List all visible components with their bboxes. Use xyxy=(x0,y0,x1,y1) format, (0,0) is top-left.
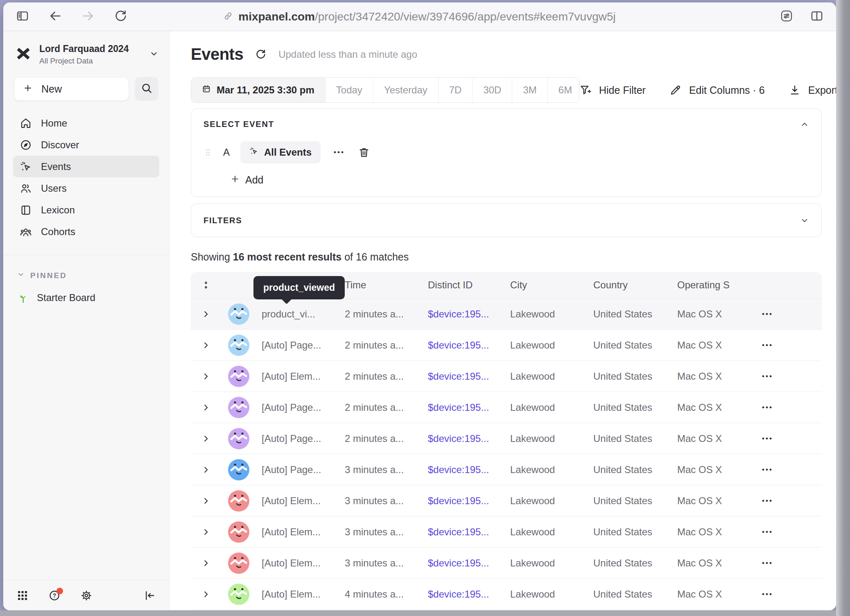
sidebar-item-discover[interactable]: Discover xyxy=(13,134,159,156)
cell-distinct-id-link[interactable]: $device:195... xyxy=(428,526,510,538)
column-header-city: City xyxy=(510,279,593,291)
expand-row-chevron-icon[interactable] xyxy=(191,465,221,474)
compass-icon xyxy=(20,139,32,151)
event-overflow-menu[interactable]: ••• xyxy=(331,148,347,156)
expand-row-chevron-icon[interactable] xyxy=(191,434,221,443)
pinned-section-header[interactable]: PINNED xyxy=(3,271,169,280)
cell-distinct-id-link[interactable]: $device:195... xyxy=(428,402,510,413)
expand-row-chevron-icon[interactable] xyxy=(191,590,221,599)
cell-time: 3 minutes a... xyxy=(345,526,428,538)
table-row[interactable]: [Auto] Page... 2 minutes a... $device:19… xyxy=(191,392,822,423)
preset-30d[interactable]: 30D xyxy=(472,78,512,102)
table-row[interactable]: [Auto] Elem... 3 minutes a... $device:19… xyxy=(191,547,822,578)
hide-filter-button[interactable]: Hide Filter xyxy=(579,84,646,96)
export-button[interactable]: Export xyxy=(789,84,836,96)
event-tooltip: product_viewed xyxy=(253,276,345,299)
date-range-label: Mar 11, 2025 3:30 pm xyxy=(217,84,314,96)
cell-time: 2 minutes a... xyxy=(345,308,428,320)
avatar xyxy=(221,335,262,356)
expand-row-chevron-icon[interactable] xyxy=(191,341,221,350)
sort-icon[interactable] xyxy=(191,281,221,290)
expand-row-chevron-icon[interactable] xyxy=(191,496,221,505)
cell-os: Mac OS X xyxy=(677,433,749,444)
cell-country: United States xyxy=(593,340,677,351)
sidebar-item-users[interactable]: Users xyxy=(13,177,159,199)
chevron-down-icon[interactable] xyxy=(800,216,809,225)
row-overflow-menu[interactable]: ••• xyxy=(749,341,822,349)
row-overflow-menu[interactable]: ••• xyxy=(749,528,822,536)
table-row[interactable]: [Auto] Elem... 4 minutes a... $device:19… xyxy=(191,578,822,609)
search-button[interactable] xyxy=(135,77,158,101)
preset-yesterday[interactable]: Yesterday xyxy=(373,78,438,102)
chevron-up-icon[interactable] xyxy=(800,120,809,129)
split-view-icon[interactable] xyxy=(810,9,824,25)
table-row[interactable]: [Auto] Page... 2 minutes a... $device:19… xyxy=(191,329,822,360)
cell-os: Mac OS X xyxy=(677,464,749,476)
cursor-sparkle-icon xyxy=(249,147,258,158)
preset-today[interactable]: Today xyxy=(325,78,373,102)
new-button[interactable]: New xyxy=(14,77,129,101)
row-overflow-menu[interactable]: ••• xyxy=(749,590,822,598)
edit-columns-button[interactable]: Edit Columns · 6 xyxy=(669,84,765,96)
table-row[interactable]: [Auto] Elem... 3 minutes a... $device:19… xyxy=(191,516,822,547)
cell-distinct-id-link[interactable]: $device:195... xyxy=(428,557,510,569)
row-overflow-menu[interactable]: ••• xyxy=(749,403,822,412)
browser-toolbar: mixpanel.com/project/3472420/view/397469… xyxy=(3,2,836,31)
download-icon xyxy=(789,84,801,96)
expand-row-chevron-icon[interactable] xyxy=(191,528,221,537)
cell-event-name: [Auto] Elem... xyxy=(262,495,345,507)
cell-distinct-id-link[interactable]: $device:195... xyxy=(428,371,510,382)
table-row[interactable]: [Auto] Page... 2 minutes a... $device:19… xyxy=(191,423,822,454)
tune-icon[interactable] xyxy=(780,9,793,25)
add-event-button[interactable]: Add xyxy=(231,174,263,186)
table-row[interactable]: [Auto] Page... 3 minutes a... $device:19… xyxy=(191,454,822,485)
cell-distinct-id-link[interactable]: $device:195... xyxy=(428,464,510,476)
main-content: Events Updated less than a minute ago Ma… xyxy=(170,31,836,610)
cell-distinct-id-link[interactable]: $device:195... xyxy=(428,589,510,600)
row-overflow-menu[interactable]: ••• xyxy=(749,372,822,380)
table-row[interactable]: [Auto] Elem... 3 minutes a... $device:19… xyxy=(191,485,822,516)
all-events-chip[interactable]: All Events xyxy=(240,141,321,163)
table-row[interactable]: [Auto] Elem... 2 minutes a... $device:19… xyxy=(191,360,822,392)
reload-icon[interactable] xyxy=(114,9,128,25)
date-picker-button[interactable]: Mar 11, 2025 3:30 pm xyxy=(191,78,325,102)
expand-row-chevron-icon[interactable] xyxy=(191,403,221,412)
sidebar-item-cohorts[interactable]: Cohorts xyxy=(13,221,159,242)
cell-os: Mac OS X xyxy=(677,589,749,600)
preset-6m[interactable]: 6M xyxy=(547,78,579,102)
expand-row-chevron-icon[interactable] xyxy=(191,372,221,381)
cell-distinct-id-link[interactable]: $device:195... xyxy=(428,308,510,320)
refresh-icon[interactable] xyxy=(255,48,267,61)
cell-event-name: [Auto] Page... xyxy=(262,340,345,351)
drag-handle-icon[interactable] xyxy=(203,148,212,157)
sidebar-item-home[interactable]: Home xyxy=(13,112,159,134)
trash-icon[interactable] xyxy=(358,146,370,159)
expand-row-chevron-icon[interactable] xyxy=(191,310,221,319)
sidebar-item-starter-board[interactable]: Starter Board xyxy=(3,292,169,304)
sidebar-item-events[interactable]: Events xyxy=(13,156,159,177)
sidebar-item-label: Lexicon xyxy=(41,204,75,216)
row-overflow-menu[interactable]: ••• xyxy=(749,466,822,474)
preset-3m[interactable]: 3M xyxy=(512,78,547,102)
sidebar-toggle-icon[interactable] xyxy=(16,9,29,25)
sidebar-item-lexicon[interactable]: Lexicon xyxy=(13,199,159,221)
back-icon[interactable] xyxy=(48,9,62,25)
row-overflow-menu[interactable]: ••• xyxy=(749,310,822,318)
new-button-label: New xyxy=(41,83,62,95)
row-overflow-menu[interactable]: ••• xyxy=(749,497,822,505)
help-button[interactable]: ? xyxy=(48,589,61,602)
row-overflow-menu[interactable]: ••• xyxy=(749,559,822,567)
sidebar-item-label: Discover xyxy=(41,139,79,151)
collapse-sidebar-icon[interactable] xyxy=(144,589,156,602)
cell-distinct-id-link[interactable]: $device:195... xyxy=(428,340,510,351)
settings-gear-icon[interactable] xyxy=(80,589,93,602)
project-switcher[interactable]: Lord Farquaad 2024 All Project Data xyxy=(3,31,169,69)
expand-row-chevron-icon[interactable] xyxy=(191,559,221,568)
preset-7d[interactable]: 7D xyxy=(438,78,472,102)
address-bar[interactable]: mixpanel.com/project/3472420/view/397469… xyxy=(224,2,615,31)
cell-distinct-id-link[interactable]: $device:195... xyxy=(428,495,510,507)
apps-grid-icon[interactable] xyxy=(16,589,29,602)
cell-distinct-id-link[interactable]: $device:195... xyxy=(428,433,510,444)
column-header-country: Country xyxy=(593,279,677,291)
row-overflow-menu[interactable]: ••• xyxy=(749,435,822,443)
